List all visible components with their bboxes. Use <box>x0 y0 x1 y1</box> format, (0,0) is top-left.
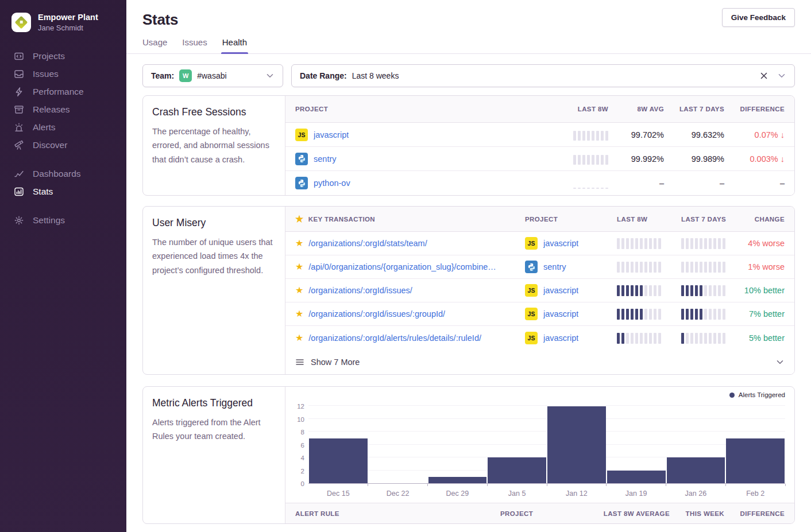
transaction-link[interactable]: /organizations/:orgId/stats/team/ <box>308 239 427 248</box>
table-row: ★/organizations/:orgId/stats/team/JSjava… <box>285 232 794 255</box>
change-value: 4% worse <box>733 239 785 248</box>
key-transaction-star-icon[interactable]: ★ <box>295 239 303 248</box>
table-row: ★/organizations/:orgId/alerts/rules/deta… <box>285 326 794 350</box>
give-feedback-button[interactable]: Give Feedback <box>722 8 795 27</box>
sidebar-item-dashboards[interactable]: Dashboards <box>14 165 126 182</box>
last7-value: – <box>664 178 724 188</box>
key-transaction-star-icon[interactable]: ★ <box>295 286 303 295</box>
project-link[interactable]: javascript <box>543 286 578 295</box>
sidebar-item-issues[interactable]: Issues <box>14 65 126 83</box>
javascript-platform-icon: JS <box>295 129 308 141</box>
team-label: Team: <box>151 71 174 80</box>
tab-usage[interactable]: Usage <box>142 37 167 53</box>
sparkline <box>681 285 733 296</box>
sparkline <box>539 153 608 165</box>
chart-bar <box>667 457 725 483</box>
chart-bar <box>488 457 546 483</box>
column-header: DIFFERENCE <box>724 510 785 517</box>
alerts-bar-chart: 024681012 <box>292 406 785 484</box>
page-title: Stats <box>142 11 795 29</box>
project-link[interactable]: python-ov <box>314 178 350 188</box>
sidebar-item-label: Releases <box>33 104 70 115</box>
x-tick-label: Feb 2 <box>725 490 785 498</box>
sparkline <box>617 308 681 320</box>
y-tick-label: 0 <box>301 480 304 487</box>
project-link[interactable]: javascript <box>543 309 578 319</box>
releases-icon <box>14 104 24 115</box>
sidebar-item-discover[interactable]: Discover <box>14 136 126 154</box>
panel-title: Crash Free Sessions <box>152 106 276 118</box>
issues-icon <box>14 69 24 79</box>
settings-icon <box>14 215 24 226</box>
chart-bar <box>607 471 666 483</box>
sidebar-item-alerts[interactable]: Alerts <box>14 118 126 136</box>
x-tick-label: Jan 5 <box>487 490 547 498</box>
column-header: LAST 8W <box>539 106 608 112</box>
y-tick-label: 2 <box>301 468 304 475</box>
javascript-platform-icon: JS <box>525 237 538 250</box>
change-value: 7% better <box>733 309 785 319</box>
filter-bar: Team: W #wasabi Date Range: Last 8 weeks <box>142 64 795 87</box>
last7-value: 99.632% <box>664 130 724 139</box>
sidebar-item-performance[interactable]: Performance <box>14 83 126 100</box>
change-value: 10% better <box>733 286 785 295</box>
tab-bar: UsageIssuesHealth <box>142 37 795 53</box>
python-platform-icon <box>295 177 308 189</box>
project-link[interactable]: sentry <box>543 262 566 271</box>
transaction-link[interactable]: /organizations/:orgId/alerts/rules/detai… <box>308 333 481 343</box>
sparkline <box>617 261 681 273</box>
sidebar-nav: ProjectsIssuesPerformanceReleasesAlertsD… <box>0 47 126 229</box>
column-header: LAST 7 DAYS <box>664 106 724 112</box>
table-row: ★/organizations/:orgId/issues/JSjavascri… <box>285 279 794 302</box>
tab-health[interactable]: Health <box>222 37 247 53</box>
org-switcher[interactable]: Empower Plant Jane Schmidt <box>0 0 126 47</box>
gridline <box>308 405 785 406</box>
clear-date-range-icon[interactable] <box>759 71 768 80</box>
sidebar-item-label: Projects <box>33 51 65 61</box>
python-platform-icon <box>295 153 308 165</box>
y-tick-label: 10 <box>297 416 304 423</box>
team-avatar: W <box>179 69 192 82</box>
python-platform-icon <box>525 261 538 273</box>
date-range-select[interactable]: Date Range: Last 8 weeks <box>291 64 795 87</box>
star-icon: ★ <box>295 215 304 224</box>
difference-value: – <box>724 178 785 188</box>
panel-title: Metric Alerts Triggered <box>152 397 276 409</box>
project-link[interactable]: sentry <box>314 154 337 164</box>
tab-issues[interactable]: Issues <box>182 37 207 53</box>
sidebar-item-stats[interactable]: Stats <box>14 182 126 200</box>
discover-icon <box>14 140 24 150</box>
sidebar-item-settings[interactable]: Settings <box>14 211 126 229</box>
transaction-link[interactable]: /organizations/:orgId/issues/ <box>308 286 412 295</box>
show-more-row[interactable]: Show 7 More <box>285 350 794 374</box>
project-link[interactable]: javascript <box>314 130 349 139</box>
table-row: python-ov––– <box>285 171 794 195</box>
team-value: #wasabi <box>197 71 226 80</box>
project-link[interactable]: javascript <box>543 239 578 248</box>
key-transaction-star-icon[interactable]: ★ <box>295 262 303 271</box>
project-link[interactable]: javascript <box>543 333 578 343</box>
main-area: Stats Give Feedback UsageIssuesHealth Te… <box>126 0 811 532</box>
page-content: Team: W #wasabi Date Range: Last 8 weeks… <box>126 54 811 532</box>
sparkline <box>617 332 681 344</box>
performance-icon <box>14 87 24 97</box>
sidebar-item-projects[interactable]: Projects <box>14 47 126 65</box>
key-transaction-star-icon[interactable]: ★ <box>295 333 303 343</box>
transaction-link[interactable]: /api/0/organizations/{organization_slug}… <box>308 262 496 271</box>
difference-value: 0.003% ↓ <box>724 154 785 164</box>
chevron-down-icon <box>777 71 786 80</box>
sparkline <box>617 285 681 296</box>
legend-label: Alerts Triggered <box>739 391 785 398</box>
sparkline <box>539 177 608 189</box>
transaction-link[interactable]: /organizations/:orgId/issues/:groupId/ <box>308 309 445 319</box>
team-select[interactable]: Team: W #wasabi <box>142 64 283 87</box>
last7-value: 99.989% <box>664 154 724 164</box>
table-row: ★/organizations/:orgId/issues/:groupId/J… <box>285 302 794 326</box>
sidebar-item-label: Discover <box>33 140 67 150</box>
sidebar-item-releases[interactable]: Releases <box>14 100 126 118</box>
key-transaction-star-icon[interactable]: ★ <box>295 309 303 319</box>
avg-value: – <box>608 178 664 188</box>
sidebar-item-label: Stats <box>33 187 53 197</box>
crash-free-sessions-panel: Crash Free Sessions The percentage of he… <box>142 95 795 196</box>
user-misery-panel: User Misery The number of unique users t… <box>142 206 795 375</box>
